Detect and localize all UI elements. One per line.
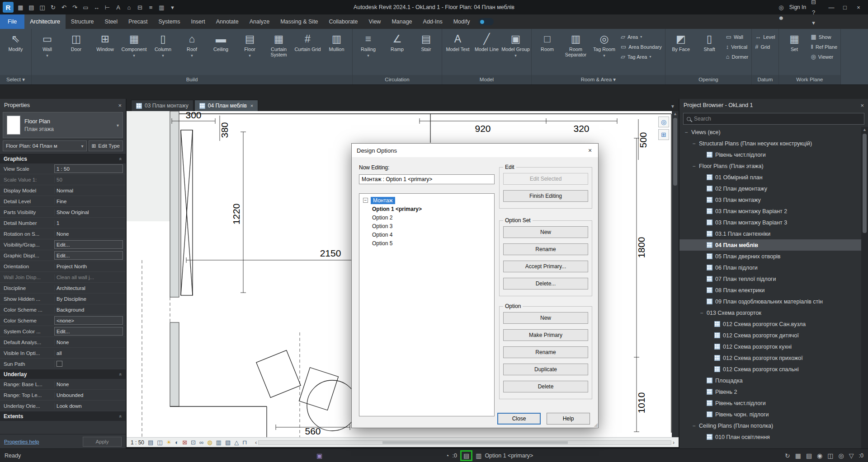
area-boundary-button[interactable]: ▭Area Boundary (621, 43, 662, 50)
app-menu-icon[interactable]: ▦ (15, 2, 26, 13)
temporary-hide-icon[interactable]: ∞ (199, 439, 203, 446)
viewer-button[interactable]: ◎Viewer (811, 53, 838, 60)
browser-item[interactable]: 03 План монтажу (679, 194, 861, 205)
model-text-button[interactable]: AModel Text (443, 30, 472, 74)
expander-icon[interactable] (692, 423, 696, 429)
property-row[interactable]: Display ModelNormal (0, 185, 126, 196)
ref-plane-button[interactable]: ‖Ref Plane (811, 43, 838, 50)
view-scale-control[interactable]: 1 : 50 (131, 439, 144, 446)
grid-button[interactable]: #Grid (755, 43, 775, 50)
tab-systems[interactable]: Systems (153, 14, 185, 29)
tree-item[interactable]: Option 5 (359, 239, 494, 247)
apply-button[interactable]: Apply (83, 437, 122, 447)
tab-architecture[interactable]: Architecture (24, 14, 66, 29)
dormer-button[interactable]: ⌂Dormer (726, 53, 749, 60)
option-set-delete-button[interactable]: Delete... (503, 278, 588, 289)
crop-view-icon[interactable]: ⊠ (182, 439, 187, 446)
area-button[interactable]: ▱Area (621, 33, 662, 40)
section-header-extents[interactable]: Extents « (0, 411, 126, 421)
close-tab-icon[interactable]: × (250, 103, 253, 108)
scrollbar-thumb[interactable] (382, 441, 568, 444)
type-selector[interactable]: Floor Plan План этажа ▾ (3, 112, 123, 138)
expander-icon[interactable] (684, 129, 689, 135)
property-row[interactable]: Underlay Orie...Look down (0, 401, 126, 411)
open-icon[interactable]: ▤ (26, 2, 37, 13)
scroll-up-icon[interactable]: ▲ (863, 127, 867, 132)
browser-item[interactable]: 012 Схема розгорток спальні (679, 364, 861, 375)
model-line-button[interactable]: ╱Model Line (472, 30, 501, 74)
expander-icon[interactable] (692, 163, 696, 169)
close-icon[interactable]: × (118, 102, 122, 109)
zoom-region-icon[interactable]: ⊞ (658, 129, 669, 140)
scrollbar-thumb[interactable] (863, 134, 867, 233)
horizontal-scrollbar[interactable] (258, 440, 671, 445)
vertical-scrollbar[interactable]: ▲ (672, 111, 679, 437)
editing-requests-icon[interactable]: ◔ (445, 452, 449, 459)
property-row[interactable]: Sun Path (0, 359, 126, 369)
make-primary-button[interactable]: Make Primary (503, 329, 588, 341)
view-tab-04-plan-mebliv[interactable]: 04 План меблів× (194, 100, 259, 111)
browser-item[interactable]: 08 План електрики (679, 285, 861, 296)
curtain-grid-button[interactable]: #Curtain Grid (293, 30, 322, 74)
property-row[interactable]: Scale Value 1:50 (0, 174, 126, 185)
room-separator-button[interactable]: ▥Room Separator (561, 30, 590, 74)
shaft-button[interactable]: ▯Shaft (695, 30, 724, 74)
property-row[interactable]: OrientationProject North (0, 261, 126, 272)
mullion-button[interactable]: ▥Mullion (322, 30, 351, 74)
background-processes-icon[interactable]: ↻ (785, 452, 790, 459)
detail-level-icon[interactable]: ▤ (148, 439, 153, 446)
select-pinned-toggle-icon[interactable]: ◉ (817, 452, 822, 459)
scroll-up-icon[interactable]: ▲ (673, 112, 677, 116)
property-row[interactable]: Rotation on S...None (0, 229, 126, 239)
browser-item[interactable]: 03 План монтажу Варіант 3 (679, 217, 861, 228)
stair-button[interactable]: ▤Stair (412, 30, 440, 74)
tab-insert[interactable]: Insert (185, 14, 210, 29)
roof-button[interactable]: ⌂Roof (178, 30, 206, 74)
tab-manage[interactable]: Manage (386, 14, 417, 29)
option-delete-button[interactable]: Delete (503, 381, 588, 392)
revit-logo-icon[interactable]: R (3, 2, 14, 13)
tree-item[interactable]: Option 3 (359, 222, 494, 230)
property-row[interactable]: Color Scheme ...Background (0, 304, 126, 315)
constraints-icon[interactable]: ⊓ (242, 439, 247, 446)
tab-annotate[interactable]: Annotate (211, 14, 244, 29)
property-row[interactable]: Range: Base L...None (0, 379, 126, 390)
panel-label-room-area[interactable]: Room & Area ▾ (532, 75, 665, 84)
redo-icon[interactable]: ↷ (70, 2, 80, 13)
property-row[interactable]: DisciplineArchitectural (0, 283, 126, 294)
close-button[interactable]: Close (497, 413, 541, 425)
option-rename-button[interactable]: Rename (503, 346, 588, 358)
browser-item[interactable]: 06 План підлоги (679, 262, 861, 273)
tab-structure[interactable]: Structure (66, 14, 99, 29)
browser-item[interactable]: Рівень 2 (679, 386, 861, 397)
column-button[interactable]: ▯Column (149, 30, 177, 74)
browser-item[interactable]: Ceiling Plans (План потолка) (679, 420, 861, 431)
browser-item[interactable]: 02 План демонтажу (679, 183, 861, 194)
ribbon-extension-icon[interactable] (478, 18, 494, 25)
by-face-button[interactable]: ◩By Face (667, 30, 695, 74)
close-button[interactable]: × (852, 1, 865, 13)
tab-list-caret-icon[interactable]: ▼ (670, 104, 675, 109)
filter-icon[interactable]: ▽ (849, 452, 854, 459)
aligned-dimension-icon[interactable]: ⊢ (102, 2, 113, 13)
view-tab-03-plan-montazhu[interactable]: 03 План монтажу× (131, 100, 193, 111)
tree-item[interactable]: Option 2 (359, 213, 494, 222)
property-row[interactable]: Default Analys...None (0, 337, 126, 348)
design-options-icon[interactable]: ▤ (463, 452, 469, 459)
print-icon[interactable]: ▭ (80, 2, 91, 13)
user-icon[interactable]: ☻ (777, 13, 785, 23)
user-interface-icon[interactable]: ▥ (156, 2, 167, 13)
browser-item[interactable]: 04 План меблів (679, 239, 861, 251)
wall-button[interactable]: ▭Wall (33, 30, 61, 74)
finish-editing-button[interactable]: Finish Editing (503, 190, 588, 202)
select-links-toggle-icon[interactable]: ▦ (795, 452, 801, 459)
section-icon[interactable]: ⊟ (135, 2, 145, 13)
measure-icon[interactable]: ↔ (91, 2, 102, 13)
resize-grip[interactable]: ◢ (594, 422, 598, 428)
browser-item[interactable]: Structural Plans (План несучих конструкц… (679, 138, 861, 149)
tag-room-button[interactable]: ◎Tag Room (590, 30, 618, 74)
scroll-right-icon[interactable]: › (673, 439, 675, 446)
browser-item[interactable]: Рівень чорн. підлоги (679, 409, 861, 420)
temporary-view-properties-icon[interactable]: ▧ (225, 439, 231, 446)
ceiling-button[interactable]: ▬Ceiling (207, 30, 235, 74)
